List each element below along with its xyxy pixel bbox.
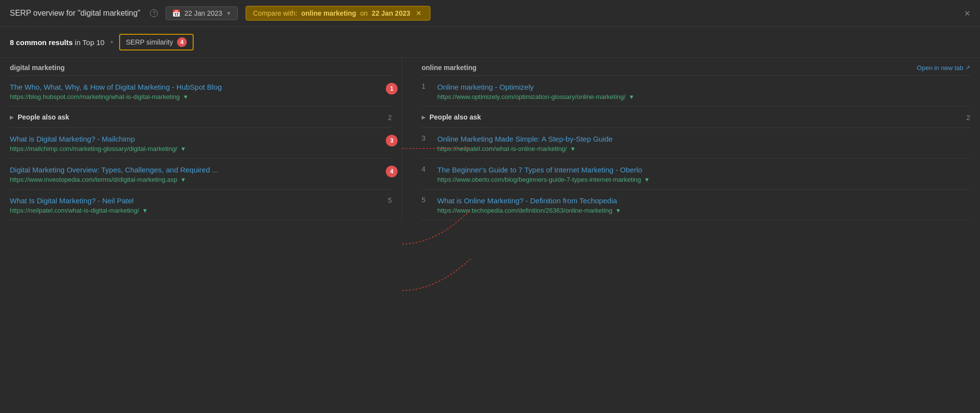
rank-badge-4: 4 bbox=[386, 166, 398, 177]
compare-keyword: online marketing bbox=[302, 9, 356, 17]
triangle-icon: ▶ bbox=[422, 115, 426, 120]
compare-badge: Compare with: online marketing on 22 Jan… bbox=[246, 6, 430, 21]
left-item-5: What Is Digital Marketing? - Neil Patel … bbox=[10, 190, 392, 220]
dropdown-arrow-icon: ▼ bbox=[615, 207, 621, 214]
left-item-5-rank: 5 bbox=[380, 195, 392, 204]
right-item-5-title[interactable]: What is Online Marketing? - Definition f… bbox=[437, 195, 970, 206]
rank-badge-3: 3 bbox=[386, 135, 398, 146]
left-item-4-title[interactable]: Digital Marketing Overview: Types, Chall… bbox=[10, 165, 392, 175]
close-main-button[interactable]: × bbox=[964, 8, 970, 19]
summary-bar: 8 common results in Top 10 • SERP simila… bbox=[0, 27, 980, 58]
dropdown-arrow-icon: ▼ bbox=[183, 94, 189, 100]
summary-text: 8 common results in Top 10 bbox=[10, 38, 104, 47]
dropdown-arrow-icon: ▼ bbox=[644, 176, 650, 183]
right-item-4-rank: 4 bbox=[422, 165, 431, 173]
separator: • bbox=[110, 38, 113, 47]
left-item-1-url[interactable]: https://blog.hubspot.com/marketing/what-… bbox=[10, 93, 392, 100]
left-item-1: The Who, What, Why, & How of Digital Mar… bbox=[10, 76, 392, 107]
left-item-5-title[interactable]: What Is Digital Marketing? - Neil Patel bbox=[10, 195, 380, 206]
left-column-header: digital marketing bbox=[10, 58, 392, 76]
dropdown-arrow-icon: ▼ bbox=[180, 146, 186, 152]
left-item-4-url[interactable]: https://www.investopedia.com/terms/d/dig… bbox=[10, 176, 392, 183]
common-results-count: 8 common results bbox=[10, 38, 73, 47]
left-item-1-title[interactable]: The Who, What, Why, & How of Digital Mar… bbox=[10, 82, 392, 92]
left-item-5-url[interactable]: https://neilpatel.com/what-is-digital-ma… bbox=[10, 207, 380, 214]
date-selector[interactable]: 📅 22 Jan 2023 ▼ bbox=[166, 6, 238, 20]
right-item-1-title[interactable]: Online marketing - Optimizely bbox=[437, 82, 970, 92]
similarity-badge: 4 bbox=[177, 37, 187, 47]
left-keyword: digital marketing bbox=[10, 64, 65, 72]
rank-badge-1: 1 bbox=[386, 83, 398, 95]
right-item-3-rank: 3 bbox=[422, 134, 431, 142]
right-item-1: 1 Online marketing - Optimizely https://… bbox=[422, 76, 970, 107]
left-people-also-ask[interactable]: ▶ People also ask 2 bbox=[10, 107, 392, 128]
right-column-header: online marketing Open in new tab ↗ bbox=[422, 58, 970, 76]
right-item-5-url[interactable]: https://www.techopedia.com/definition/26… bbox=[437, 207, 970, 214]
right-item-3-url[interactable]: https://neilpatel.com/what-is-online-mar… bbox=[437, 145, 970, 152]
dropdown-arrow-icon: ▼ bbox=[570, 146, 576, 152]
dropdown-arrow-icon: ▼ bbox=[180, 176, 186, 183]
date-label: 22 Jan 2023 bbox=[184, 9, 222, 17]
right-item-2-rank: 2 bbox=[958, 113, 970, 121]
open-new-tab-label: Open in new tab bbox=[917, 64, 963, 72]
open-new-tab-link[interactable]: Open in new tab ↗ bbox=[917, 64, 970, 72]
serp-similarity-box[interactable]: SERP similarity 4 bbox=[119, 34, 194, 50]
chevron-down-icon: ▼ bbox=[226, 10, 231, 16]
right-column: online marketing Open in new tab ↗ 1 Onl… bbox=[402, 58, 980, 220]
compare-date: 22 Jan 2023 bbox=[372, 9, 410, 17]
external-link-icon: ↗ bbox=[965, 64, 970, 71]
left-item-3-url[interactable]: https://mailchimp.com/marketing-glossary… bbox=[10, 145, 392, 152]
help-icon[interactable]: ? bbox=[150, 9, 158, 17]
serp-similarity-label: SERP similarity bbox=[126, 38, 173, 46]
right-item-3: 3 Online Marketing Made Simple: A Step-b… bbox=[422, 128, 970, 159]
right-item-1-rank: 1 bbox=[422, 82, 431, 90]
in-top-text: in Top 10 bbox=[75, 38, 105, 47]
right-item-4-url[interactable]: https://www.oberlo.com/blog/beginners-gu… bbox=[437, 176, 970, 183]
compare-on-label: on bbox=[360, 9, 368, 17]
content-area: digital marketing The Who, What, Why, & … bbox=[0, 58, 980, 220]
right-keyword: online marketing bbox=[422, 64, 477, 72]
left-column: digital marketing The Who, What, Why, & … bbox=[0, 58, 402, 220]
calendar-icon: 📅 bbox=[172, 9, 180, 17]
compare-prefix: Compare with: bbox=[253, 9, 297, 17]
left-item-3: What is Digital Marketing? - Mailchimp h… bbox=[10, 128, 392, 159]
right-people-also-ask[interactable]: ▶ People also ask 2 bbox=[422, 107, 970, 128]
page-title: SERP overview for "digital marketing" bbox=[10, 9, 140, 18]
right-item-1-url[interactable]: https://www.optimizely.com/optimization-… bbox=[437, 93, 970, 100]
app-container: SERP overview for "digital marketing" ? … bbox=[0, 0, 980, 220]
right-item-5-rank: 5 bbox=[422, 195, 431, 204]
header: SERP overview for "digital marketing" ? … bbox=[0, 0, 980, 27]
triangle-icon: ▶ bbox=[10, 115, 14, 120]
dropdown-arrow-icon: ▼ bbox=[142, 207, 148, 214]
right-item-3-title[interactable]: Online Marketing Made Simple: A Step-by-… bbox=[437, 134, 970, 144]
left-item-4: Digital Marketing Overview: Types, Chall… bbox=[10, 159, 392, 190]
left-item-2-rank: 2 bbox=[380, 113, 392, 121]
left-item-3-title[interactable]: What is Digital Marketing? - Mailchimp bbox=[10, 134, 392, 144]
right-item-4: 4 The Beginner's Guide to 7 Types of Int… bbox=[422, 159, 970, 190]
right-item-5: 5 What is Online Marketing? - Definition… bbox=[422, 190, 970, 220]
right-people-also-ask-label: People also ask bbox=[429, 113, 481, 121]
dropdown-arrow-icon: ▼ bbox=[628, 94, 634, 100]
close-compare-button[interactable]: × bbox=[414, 9, 424, 18]
people-also-ask-label: People also ask bbox=[18, 113, 69, 121]
right-item-4-title[interactable]: The Beginner's Guide to 7 Types of Inter… bbox=[437, 165, 970, 175]
